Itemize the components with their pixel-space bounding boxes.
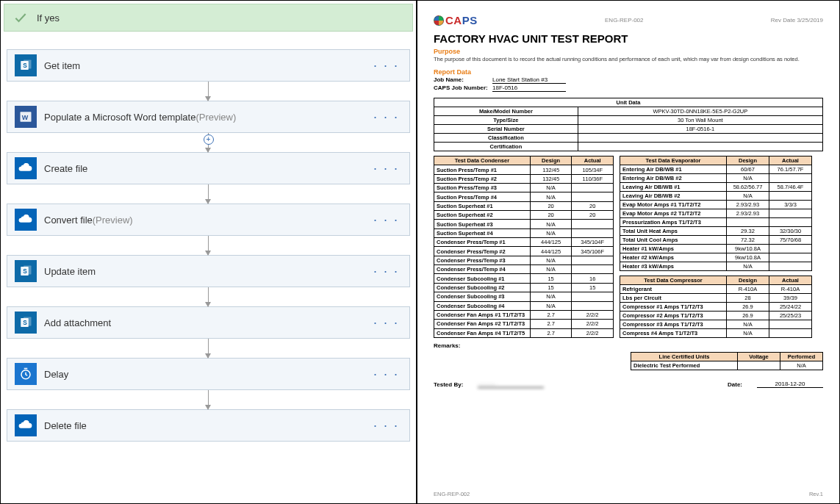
table-row: Leaving Air DB/WB #158.62/56.7758.7/46.4… (620, 183, 812, 192)
footer-docid: ENG-REP-002 (434, 491, 470, 497)
table-row: Evap Motor Amps #2 T1/T2/T22.93/2.93 (620, 209, 812, 218)
caps-job-label: CAPS Job Number: (434, 84, 492, 92)
flow-step[interactable]: WPopulate a Microsoft Word template(Prev… (7, 101, 410, 133)
table-row: RefrigerantR-410AR-410A (620, 285, 812, 294)
svg-text:S: S (23, 320, 27, 326)
sp-icon: S (15, 260, 37, 282)
table-row: Make/Model NumberWPKV-30TD-0NN18KE-5E5-P… (434, 107, 823, 116)
table-row: Condenser Press/Temp #3N/A (434, 256, 614, 264)
word-icon: W (15, 106, 37, 128)
step-label: Update item (44, 266, 370, 277)
evaporator-table: Test Data EvaporatorDesignActual Enterin… (620, 156, 812, 271)
flow-step[interactable]: Delay· · · (7, 358, 410, 390)
table-row: Suction Superheat #22020 (434, 211, 614, 220)
condenser-table: Test Data CondenserDesignActual Suction … (434, 156, 614, 338)
purpose-heading: Purpose (434, 48, 823, 55)
table-row: Entering Air DB/WB #160/6776.1/57.7F (620, 165, 812, 174)
job-name-label: Job Name: (434, 76, 492, 84)
gear-icon (434, 15, 444, 26)
table-row: Suction Superheat #4N/A (434, 228, 614, 237)
flow-step[interactable]: SGet item· · · (7, 49, 410, 82)
step-menu-button[interactable]: · · · (370, 418, 402, 433)
table-row: Leaving Air DB/WB #2N/A (620, 192, 812, 201)
add-step-button[interactable]: + (204, 134, 214, 145)
table-row: Suction Superheat #3N/A (434, 220, 614, 228)
tested-by-value: ——— (478, 381, 544, 388)
table-row: Classification (434, 134, 823, 143)
od-icon (15, 414, 37, 436)
sp-icon: S (15, 54, 37, 76)
flow-arrow (4, 339, 413, 358)
table-row: Suction Press/Temp #3N/A (434, 184, 614, 192)
table-row: Lbs per Circuit2839/39 (620, 294, 812, 303)
footer-rev: Rev.1 (809, 491, 823, 497)
flow-condition-header[interactable]: If yes (4, 4, 413, 32)
svg-text:S: S (23, 62, 27, 69)
table-row: Suction Press/Temp #1132/45105/34F (434, 165, 614, 174)
table-row: Pressurization Amps T1/T2/T3 (620, 218, 812, 227)
flow-arrow (4, 287, 413, 306)
table-row: Compressor #2 Amps T1/T2/T326.925/25/23 (620, 312, 812, 320)
caps-job-value: 18F-0516 (492, 84, 566, 92)
step-menu-button[interactable]: · · · (370, 58, 402, 73)
flow-step[interactable]: Delete file· · · (7, 409, 410, 442)
step-menu-button[interactable]: · · · (370, 161, 402, 176)
job-name-value: Lone Start Station #3 (492, 76, 566, 84)
flow-step[interactable]: SAdd attachment· · · (7, 306, 410, 339)
table-row: Heater #2 kW/Amps9kw/10.8A (620, 253, 812, 262)
unit-data-table: Unit Data Make/Model NumberWPKV-30TD-0NN… (434, 98, 823, 151)
line-certified-table: Line Certified UnitsVoltagePerformed Die… (631, 352, 823, 370)
step-menu-button[interactable]: · · · (370, 109, 402, 125)
check-icon (12, 9, 29, 26)
step-label: Convert file(Preview) (44, 215, 370, 226)
table-row: Dielectric Test PerformedN/A (631, 361, 823, 370)
table-row: Condenser Press/Temp #4N/A (434, 265, 614, 274)
date-value: 2018-12-20 (757, 381, 823, 388)
table-row: Entering Air DB/WB #2N/A (620, 174, 812, 183)
table-row: Total Unit Heat Amps29.3232/30/30 (620, 227, 812, 236)
table-row: Heater #1 kW/Amps9kw/10.8A (620, 245, 812, 253)
table-row: Condenser Subcooling #11516 (434, 274, 614, 283)
flow-arrow (4, 82, 413, 101)
table-row: Suction Superheat #12020 (434, 201, 614, 210)
document-title: FACTORY HVAC UNIT TEST REPORT (434, 32, 823, 45)
report-data-heading: Report Data (434, 68, 823, 76)
table-row: Condenser Subcooling #4N/A (434, 301, 614, 310)
od-icon (15, 209, 37, 231)
table-row: Condenser Press/Temp #2444/125345/106F (434, 247, 614, 256)
table-row: Suction Press/Temp #4N/A (434, 192, 614, 201)
doc-id: ENG-REP-002 (605, 17, 643, 24)
step-menu-button[interactable]: · · · (370, 315, 402, 331)
table-row: Condenser Fan Amps #4 T1/T2/T52.72/2/2 (434, 328, 614, 337)
svg-text:W: W (22, 114, 29, 121)
table-row: Condenser Fan Amps #1 T1/T2/T32.72/2/2 (434, 310, 614, 319)
purpose-text: The purpose of this document is to recor… (434, 56, 823, 62)
flow-step[interactable]: Convert file(Preview)· · · (7, 204, 410, 236)
flow-arrow (4, 184, 413, 204)
rev-date: Rev Date 3/25/2019 (771, 17, 823, 24)
table-row: Condenser Subcooling #3N/A (434, 292, 614, 301)
table-row: Compress #4 Amps T1/T2/T3N/A (620, 329, 812, 338)
flow-arrow: + (4, 133, 413, 152)
step-menu-button[interactable]: · · · (370, 212, 402, 228)
table-row: Condenser Press/Temp #1444/125345/104F (434, 238, 614, 247)
table-row: Evap Motor Amps #1 T1/T2/T22.93/2.933/3/… (620, 201, 812, 209)
table-row: Total Unit Cool Amps72.3275/70/68 (620, 236, 812, 245)
step-menu-button[interactable]: · · · (370, 264, 402, 279)
flow-step[interactable]: SUpdate item· · · (7, 255, 410, 287)
step-label: Get item (44, 60, 370, 71)
table-row: Suction Press/Temp #2132/45110/36F (434, 174, 614, 183)
step-label: Create file (44, 163, 370, 174)
flow-step[interactable]: Create file· · · (7, 152, 410, 184)
remarks-label: Remarks: (434, 342, 823, 349)
flow-designer-panel: If yes SGet item· · ·WPopulate a Microso… (0, 0, 417, 504)
step-label: Populate a Microsoft Word template(Previ… (44, 112, 370, 123)
sp-icon: S (15, 312, 37, 334)
svg-text:S: S (23, 268, 27, 275)
condition-label: If yes (37, 12, 60, 24)
flow-arrow (4, 236, 413, 255)
company-logo: CAPS (434, 14, 478, 26)
table-row: Serial Number18F-0516-1 (434, 125, 823, 134)
table-row: Condenser Fan Amps #2 T1/T2/T32.72/2/2 (434, 320, 614, 328)
step-menu-button[interactable]: · · · (370, 367, 402, 382)
